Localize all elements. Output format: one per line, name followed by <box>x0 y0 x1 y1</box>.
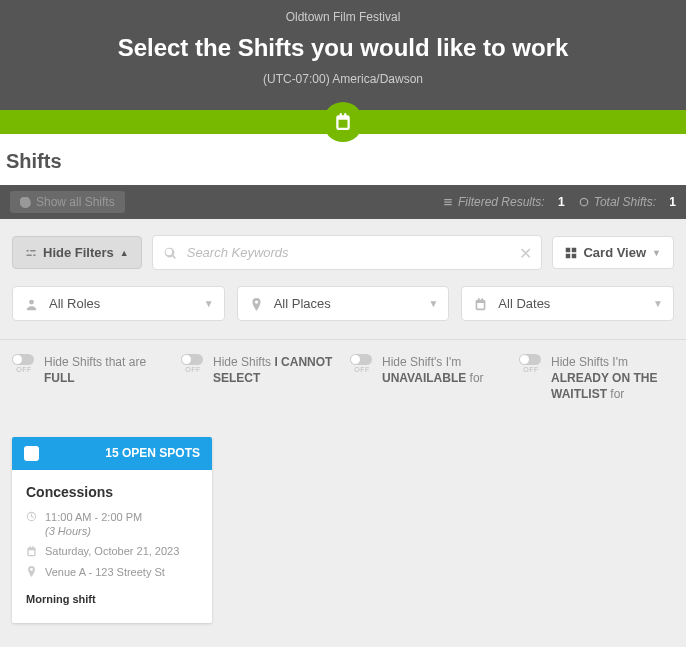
shift-time-row: 11:00 AM - 2:00 PM(3 Hours) <box>26 510 198 539</box>
select-checkbox[interactable] <box>24 446 39 461</box>
svg-rect-4 <box>572 253 577 258</box>
caret-down-icon: ▼ <box>653 298 663 309</box>
page-title: Select the Shifts you would like to work <box>0 34 686 62</box>
shift-card[interactable]: 15 OPEN SPOTS Concessions 11:00 AM - 2:0… <box>12 437 212 623</box>
shift-date-row: Saturday, October 21, 2023 <box>26 544 198 558</box>
event-name: Oldtown Film Festival <box>0 10 686 24</box>
clock-icon <box>26 510 37 523</box>
calendar-icon <box>26 544 37 557</box>
show-all-shifts-button[interactable]: Show all Shifts <box>10 191 125 213</box>
page-header: Oldtown Film Festival Select the Shifts … <box>0 0 686 110</box>
places-dropdown[interactable]: All Places ▼ <box>237 286 450 321</box>
shift-place-row: Venue A - 123 Streety St <box>26 565 198 579</box>
show-all-label: Show all Shifts <box>36 195 115 209</box>
shift-cards-area: 15 OPEN SPOTS Concessions 11:00 AM - 2:0… <box>0 421 686 647</box>
calendar-icon <box>474 296 488 311</box>
accent-bar <box>0 110 686 134</box>
svg-rect-3 <box>566 253 571 258</box>
toggle-icon <box>12 354 34 365</box>
toggles-row: OFF Hide Shifts that are FULL OFF Hide S… <box>0 339 686 421</box>
calendar-icon <box>334 113 352 131</box>
caret-down-icon: ▼ <box>428 298 438 309</box>
filter-bar: Hide Filters ▲ ✕ Card View ▼ <box>0 219 686 286</box>
toggle-icon <box>350 354 372 365</box>
clear-search-icon[interactable]: ✕ <box>519 243 532 262</box>
search-icon <box>164 244 177 262</box>
toggle-icon <box>181 354 203 365</box>
caret-down-icon: ▼ <box>204 298 214 309</box>
hide-filters-button[interactable]: Hide Filters ▲ <box>12 236 142 269</box>
circle-icon <box>579 197 589 207</box>
calendar-badge <box>323 102 363 142</box>
toggle-full[interactable]: OFF Hide Shifts that are FULL <box>12 354 167 403</box>
card-view-button[interactable]: Card View ▼ <box>552 236 674 269</box>
svg-point-5 <box>29 300 34 305</box>
svg-rect-1 <box>566 247 571 252</box>
open-spots-label: 15 OPEN SPOTS <box>105 446 200 460</box>
dropdown-row: All Roles ▼ All Places ▼ All Dates ▼ <box>0 286 686 339</box>
toggle-cannot-select[interactable]: OFF Hide Shifts I CANNOT SELECT <box>181 354 336 403</box>
svg-point-0 <box>580 198 588 206</box>
roles-dropdown[interactable]: All Roles ▼ <box>12 286 225 321</box>
svg-rect-2 <box>572 247 577 252</box>
search-field-wrap: ✕ <box>152 235 543 270</box>
toggle-unavailable[interactable]: OFF Hide Shift's I'm UNAVAILABLE for <box>350 354 505 403</box>
search-input[interactable] <box>152 235 543 270</box>
card-header: 15 OPEN SPOTS <box>12 437 212 470</box>
pin-icon <box>250 296 264 311</box>
shift-note: Morning shift <box>26 593 198 605</box>
results-toolbar: Show all Shifts Filtered Results: 1 Tota… <box>0 185 686 219</box>
list-icon <box>443 197 453 207</box>
caret-down-icon: ▼ <box>652 248 661 258</box>
toggle-waitlist[interactable]: OFF Hide Shifts I'm ALREADY ON THE WAITL… <box>519 354 674 403</box>
dates-dropdown[interactable]: All Dates ▼ <box>461 286 674 321</box>
user-icon <box>25 296 39 311</box>
refresh-icon <box>20 197 31 208</box>
grid-icon <box>565 247 577 259</box>
pin-icon <box>26 565 37 578</box>
filtered-results-stat: Filtered Results: 1 <box>443 195 565 209</box>
total-shifts-stat: Total Shifts: 1 <box>579 195 676 209</box>
timezone-label: (UTC-07:00) America/Dawson <box>0 72 686 86</box>
caret-up-icon: ▲ <box>120 248 129 258</box>
toggle-icon <box>519 354 541 365</box>
sliders-icon <box>25 247 37 259</box>
shift-role: Concessions <box>26 484 198 500</box>
